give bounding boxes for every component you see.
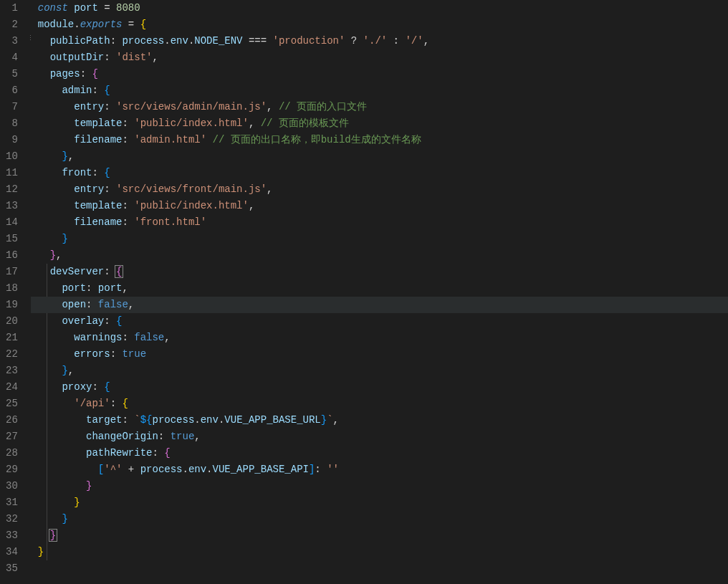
code-line[interactable]: filename: 'admin.html' // 页面的出口名称，即build… (38, 132, 728, 148)
code-line[interactable]: }, (38, 148, 728, 165)
code-line[interactable]: errors: true (38, 346, 728, 363)
line-number: 15 (6, 231, 18, 247)
code-line[interactable]: } (38, 527, 728, 544)
code-line[interactable]: } (38, 231, 728, 247)
code-line[interactable]: publicPath: process.env.NODE_ENV === 'pr… (38, 33, 728, 49)
line-number: 2 (6, 16, 18, 33)
line-number: 35 (6, 560, 18, 577)
code-line[interactable]: overlay: { (38, 313, 728, 330)
line-number: 29 (6, 461, 18, 478)
code-line[interactable]: target: `${process.env.VUE_APP_BASE_URL}… (38, 412, 728, 429)
code-editor[interactable]: 1234567891011121314151617181920212223242… (0, 0, 728, 584)
line-number: 12 (6, 181, 18, 198)
code-line[interactable]: } (38, 511, 728, 527)
code-line[interactable]: proxy: { (38, 379, 728, 396)
code-line[interactable]: devServer: { (38, 264, 728, 280)
line-number: 32 (6, 511, 18, 527)
code-line[interactable]: front: { (38, 165, 728, 181)
code-line[interactable]: open: false, (38, 297, 728, 313)
line-number: 6 (6, 82, 18, 99)
code-line[interactable]: filename: 'front.html' (38, 214, 728, 231)
line-number: 24 (6, 379, 18, 396)
fold-dots-icon: ⋮ (27, 31, 33, 47)
code-content[interactable]: ⋮ const port = 8080 module.exports = { p… (31, 0, 728, 584)
code-line[interactable]: } (38, 494, 728, 511)
code-line[interactable]: } (38, 478, 728, 494)
code-line[interactable]: } (38, 544, 728, 560)
code-line[interactable]: entry: 'src/views/admin/main.js', // 页面的… (38, 99, 728, 115)
code-line[interactable]: ['^' + process.env.VUE_APP_BASE_API]: '' (38, 461, 728, 478)
line-number: 1 (6, 0, 18, 16)
code-line[interactable]: pathRewrite: { (38, 445, 728, 461)
line-number: 14 (6, 214, 18, 231)
line-number: 28 (6, 445, 18, 461)
active-line-highlight (31, 297, 728, 313)
line-number: 20 (6, 313, 18, 330)
line-gutter: 1234567891011121314151617181920212223242… (0, 0, 31, 584)
code-line[interactable]: pages: { (38, 66, 728, 82)
code-line[interactable]: changeOrigin: true, (38, 429, 728, 445)
line-number: 5 (6, 66, 18, 82)
line-number: 10 (6, 148, 18, 165)
line-number: 33 (6, 527, 18, 544)
code-line[interactable]: '/api': { (38, 396, 728, 412)
code-line[interactable]: template: 'public/index.html', // 页面的模板文… (38, 115, 728, 132)
line-number: 13 (6, 198, 18, 214)
line-number: 17 (6, 264, 18, 280)
code-line[interactable]: }, (38, 247, 728, 264)
code-line[interactable]: port: port, (38, 280, 728, 297)
code-line[interactable] (38, 560, 728, 577)
line-number: 23 (6, 363, 18, 379)
code-line[interactable]: warnings: false, (38, 330, 728, 346)
line-number: 34 (6, 544, 18, 560)
code-line[interactable]: }, (38, 363, 728, 379)
line-number: 8 (6, 115, 18, 132)
code-line[interactable]: entry: 'src/views/front/main.js', (38, 181, 728, 198)
line-number: 18 (6, 280, 18, 297)
line-number: 4 (6, 49, 18, 66)
line-number: 27 (6, 429, 18, 445)
code-line[interactable]: admin: { (38, 82, 728, 99)
line-number: 26 (6, 412, 18, 429)
line-number: 11 (6, 165, 18, 181)
line-number: 30 (6, 478, 18, 494)
code-line[interactable]: const port = 8080 (38, 0, 728, 16)
code-line[interactable]: template: 'public/index.html', (38, 198, 728, 214)
line-number: 16 (6, 247, 18, 264)
line-number: 9 (6, 132, 18, 148)
line-number: 19 (6, 297, 18, 313)
line-number: 3 (6, 33, 18, 49)
line-number: 31 (6, 494, 18, 511)
code-line[interactable]: module.exports = { (38, 16, 728, 33)
code-line[interactable]: outputDir: 'dist', (38, 49, 728, 66)
line-number: 22 (6, 346, 18, 363)
line-number: 21 (6, 330, 18, 346)
line-number: 25 (6, 396, 18, 412)
line-number: 7 (6, 99, 18, 115)
